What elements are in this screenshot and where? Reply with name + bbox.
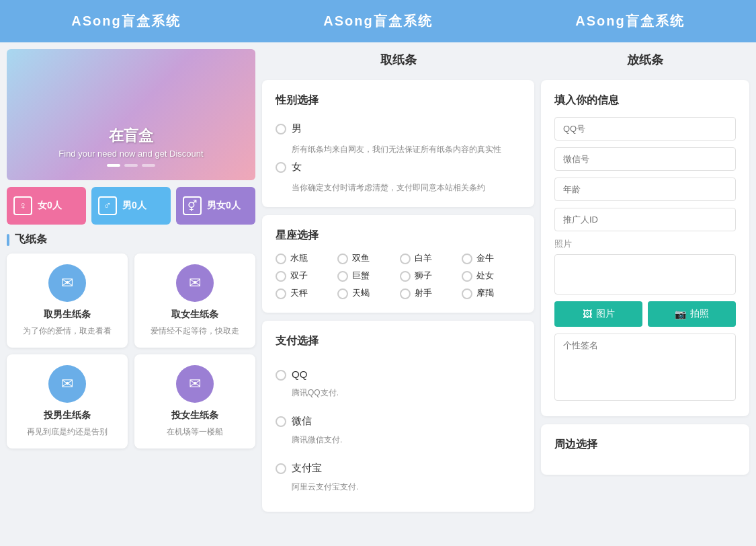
zodiac-radio-6 (400, 271, 411, 282)
payment-radio-alipay (276, 463, 286, 474)
zodiac-radio-1 (337, 254, 348, 264)
zodiac-item-4[interactable]: 双子 (276, 270, 335, 282)
zodiac-item-6[interactable]: 狮子 (400, 270, 459, 282)
zodiac-item-3[interactable]: 金牛 (462, 252, 521, 264)
camera-btn[interactable]: 📷 拍照 (648, 301, 736, 327)
photo-upload-area (554, 254, 736, 295)
fly-card-3[interactable]: ✉ 投女生纸条 在机场等一楼船 (134, 354, 255, 448)
wechat-input[interactable] (554, 147, 736, 171)
fly-card-2[interactable]: ✉ 投男生纸条 再见到底是约还是告别 (7, 354, 128, 448)
zodiac-label-0: 水瓶 (290, 252, 308, 264)
zodiac-radio-3 (462, 254, 472, 264)
zodiac-item-9[interactable]: 天蝎 (337, 287, 396, 299)
fly-card-title-3: 投女生纸条 (142, 410, 247, 422)
stat-card-female[interactable]: ♀ 女0人 (7, 187, 86, 225)
zodiac-radio-4 (276, 271, 286, 282)
header-title-1: ASong盲盒系统 (71, 12, 180, 30)
qq-input[interactable] (554, 117, 736, 141)
upload-btn[interactable]: 🖼 图片 (554, 301, 642, 327)
zodiac-item-10[interactable]: 射手 (400, 287, 459, 299)
gender-female-desc: 当你确定支付时请考虑清楚，支付即同意本站相关条约 (292, 182, 521, 194)
payment-title: 支付选择 (276, 334, 521, 348)
zodiac-label-9: 天蝎 (352, 287, 370, 299)
right-column: 放纸条 填入你的信息 照片 🖼 图片 📷 拍照 (541, 49, 749, 520)
payment-wechat-label: 微信 (292, 415, 312, 428)
signature-input[interactable] (554, 334, 736, 401)
zodiac-item-1[interactable]: 双鱼 (337, 252, 396, 264)
banner-title: 在盲盒 (20, 126, 242, 146)
main-content: 在盲盒 Find your need now and get Discount … (0, 42, 756, 526)
payment-alipay-item[interactable]: 支付宝 (276, 457, 521, 480)
fly-card-title-2: 投男生纸条 (15, 410, 120, 422)
zodiac-item-0[interactable]: 水瓶 (276, 252, 335, 264)
payment-wechat-item[interactable]: 微信 (276, 410, 521, 433)
stat-card-male[interactable]: ♂ 男0人 (91, 187, 171, 225)
radio-circle-male (276, 124, 286, 134)
upload-icon: 🖼 (583, 309, 592, 319)
payment-card: 支付选择 QQ 腾讯QQ支付. 微信 腾讯微信支付. 支付宝 (262, 321, 534, 512)
info-form-card: 填入你的信息 照片 🖼 图片 📷 拍照 (541, 80, 749, 416)
stat-label-both: 男女0人 (207, 200, 241, 212)
banner-dot-2 (124, 164, 138, 167)
payment-qq-label: QQ (292, 368, 307, 380)
fly-card-1[interactable]: ✉ 取女生纸条 爱情经不起等待，快取走 (134, 254, 255, 348)
gender-option-female[interactable]: 女 (276, 155, 521, 179)
stat-label-female: 女0人 (38, 200, 62, 212)
camera-icon: 📷 (675, 309, 686, 319)
zodiac-grid: 水瓶 双鱼 白羊 金牛 双子 (276, 252, 521, 299)
zodiac-item-2[interactable]: 白羊 (400, 252, 459, 264)
photo-btn-row: 🖼 图片 📷 拍照 (554, 301, 736, 327)
fly-card-icon-0: ✉ (48, 264, 86, 302)
banner-subtitle: Find your need now and get Discount (20, 149, 242, 159)
male-icon: ♂ (98, 196, 117, 215)
payment-wechat-desc: 腾讯微信支付. (292, 434, 521, 446)
zodiac-label-11: 摩羯 (476, 287, 494, 299)
fly-card-desc-3: 在机场等一楼船 (142, 426, 247, 438)
referrer-input[interactable] (554, 208, 736, 231)
zodiac-item-8[interactable]: 天秤 (276, 287, 335, 299)
neighbor-title: 周边选择 (554, 438, 736, 452)
fly-card-title-0: 取男生纸条 (15, 309, 120, 321)
title-bar (7, 234, 9, 246)
gender-option-male[interactable]: 男 (276, 117, 521, 141)
zodiac-label-6: 狮子 (415, 270, 432, 282)
zodiac-radio-0 (276, 254, 286, 264)
stats-row: ♀ 女0人 ♂ 男0人 ⚥ 男女0人 (7, 187, 255, 225)
female-icon: ♀ (13, 196, 32, 215)
zodiac-title: 星座选择 (276, 229, 521, 243)
gender-female-label: 女 (292, 161, 302, 173)
zodiac-item-5[interactable]: 巨蟹 (337, 270, 396, 282)
stat-card-both[interactable]: ⚥ 男女0人 (176, 187, 255, 225)
zodiac-label-10: 射手 (415, 287, 432, 299)
right-header: 放纸条 (541, 49, 749, 71)
fly-card-icon-1: ✉ (176, 264, 214, 302)
fly-grid: ✉ 取男生纸条 为了你的爱情，取走看看 ✉ 取女生纸条 爱情经不起等待，快取走 … (7, 254, 255, 448)
zodiac-label-1: 双鱼 (352, 252, 370, 264)
header-title-3: ASong盲盒系统 (575, 12, 684, 30)
fly-card-desc-0: 为了你的爱情，取走看看 (15, 325, 120, 337)
zodiac-item-11[interactable]: 摩羯 (462, 287, 521, 299)
fly-card-icon-2: ✉ (48, 365, 86, 403)
payment-qq-item[interactable]: QQ (276, 363, 521, 386)
payment-alipay[interactable]: 支付宝 阿里云支付宝支付. (276, 451, 521, 498)
zodiac-item-7[interactable]: 处女 (462, 270, 521, 282)
zodiac-radio-8 (276, 288, 286, 299)
fly-card-0[interactable]: ✉ 取男生纸条 为了你的爱情，取走看看 (7, 254, 128, 348)
zodiac-label-3: 金牛 (476, 252, 494, 264)
gender-male-desc: 所有纸条均来自网友，我们无法保证所有纸条内容的真实性 (292, 143, 521, 155)
fly-section-title: 飞纸条 (7, 233, 255, 247)
both-icon: ⚥ (183, 196, 202, 215)
zodiac-label-7: 处女 (476, 270, 494, 282)
zodiac-radio-5 (337, 271, 348, 282)
zodiac-label-5: 巨蟹 (352, 270, 370, 282)
payment-qq[interactable]: QQ 腾讯QQ支付. (276, 358, 521, 404)
banner-dots (20, 164, 242, 167)
fly-card-desc-1: 爱情经不起等待，快取走 (142, 325, 247, 337)
zodiac-radio-11 (462, 288, 472, 299)
payment-wechat[interactable]: 微信 腾讯微信支付. (276, 404, 521, 451)
banner: 在盲盒 Find your need now and get Discount (7, 49, 255, 180)
payment-radio-qq (276, 370, 286, 381)
age-input[interactable] (554, 178, 736, 201)
header-title-2: ASong盲盒系统 (323, 12, 432, 30)
zodiac-card: 星座选择 水瓶 双鱼 白羊 金牛 (262, 215, 534, 313)
